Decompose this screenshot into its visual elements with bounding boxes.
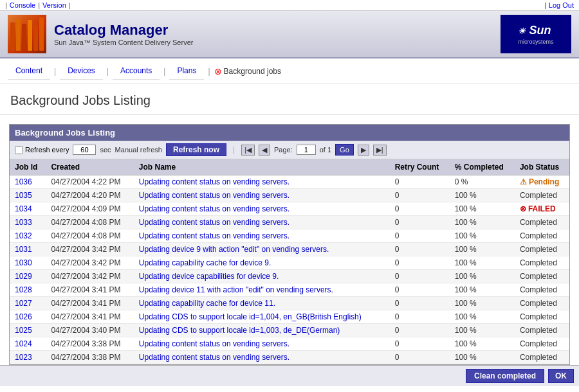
next-page-button[interactable]: ▶: [358, 145, 369, 156]
job-id-link[interactable]: 1031: [15, 245, 32, 254]
table-row: 102504/27/2004 3:40 PMUpdating CDS to su…: [10, 324, 569, 337]
logout-link[interactable]: Log Out: [549, 1, 574, 9]
job-name-link[interactable]: Updating content status on vending serve…: [139, 177, 290, 186]
job-id-cell: 1029: [10, 270, 46, 283]
status-completed: Completed: [520, 353, 557, 362]
created-cell: 04/27/2004 3:41 PM: [46, 310, 133, 324]
job-name-link[interactable]: Updating content status on vending serve…: [139, 353, 290, 362]
table-row: 103204/27/2004 4:08 PMUpdating content s…: [10, 229, 569, 243]
nav-accounts[interactable]: Accounts: [113, 62, 160, 80]
status-completed: Completed: [520, 339, 557, 348]
status-completed: Completed: [520, 285, 557, 294]
header-left: Catalog Manager Sun Java™ System Content…: [8, 15, 193, 53]
job-id-link[interactable]: 1035: [15, 191, 32, 200]
status-completed: Completed: [520, 245, 557, 254]
created-cell: 04/27/2004 4:08 PM: [46, 229, 133, 243]
page-title: Background Jobs Listing: [0, 84, 579, 115]
status-cell: ⚠ Pending: [515, 175, 569, 189]
retry-count-cell: 0: [390, 337, 450, 351]
job-id-cell: 1032: [10, 229, 46, 243]
job-name-link[interactable]: Updating device capabilities for device …: [139, 272, 279, 281]
job-name-link[interactable]: Updating CDS to support locale id=1,003,…: [139, 326, 340, 335]
job-id-link[interactable]: 1029: [15, 272, 32, 281]
job-id-link[interactable]: 1033: [15, 218, 32, 227]
nav-plans[interactable]: Plans: [169, 62, 204, 80]
job-id-link[interactable]: 1024: [15, 339, 32, 348]
version-link[interactable]: Version: [42, 1, 66, 9]
job-name-link[interactable]: Updating content status on vending serve…: [139, 191, 290, 200]
col-job-status: Job Status: [515, 159, 569, 175]
last-page-button[interactable]: ▶|: [373, 145, 387, 156]
job-name-cell: Updating CDS to support locale id=1,004,…: [134, 310, 390, 324]
pct-completed-cell: 0 %: [450, 175, 515, 189]
job-name-link[interactable]: Updating capability cache for device 9.: [139, 258, 271, 267]
job-name-link[interactable]: Updating device 11 with action "edit" on…: [139, 285, 333, 294]
page-label: Page:: [274, 146, 293, 154]
job-name-link[interactable]: Updating content status on vending serve…: [139, 339, 290, 348]
job-id-link[interactable]: 1036: [15, 177, 32, 186]
refresh-interval-input[interactable]: [73, 145, 96, 155]
refresh-checkbox[interactable]: [15, 146, 23, 154]
job-id-link[interactable]: 1028: [15, 285, 32, 294]
refresh-now-button[interactable]: Refresh now: [166, 143, 226, 156]
toolbar: Refresh every sec Manual refresh Refresh…: [10, 141, 569, 159]
retry-count-cell: 0: [390, 216, 450, 229]
job-name-link[interactable]: Updating device 9 with action "edit" on …: [139, 245, 329, 254]
console-link[interactable]: Console: [10, 1, 35, 9]
pct-completed-cell: 100 %: [450, 283, 515, 297]
status-cell: Completed: [515, 324, 569, 337]
job-id-link[interactable]: 1027: [15, 299, 32, 308]
go-button[interactable]: Go: [335, 144, 354, 156]
nav-background-jobs: ⊗ Background jobs: [214, 66, 281, 76]
status-pending: ⚠ Pending: [520, 177, 564, 186]
created-cell: 04/27/2004 4:20 PM: [46, 189, 133, 202]
status-cell: Completed: [515, 310, 569, 324]
pct-completed-cell: 100 %: [450, 229, 515, 243]
header-title: Catalog Manager Sun Java™ System Content…: [54, 22, 193, 46]
table-row: 102804/27/2004 3:41 PMUpdating device 11…: [10, 283, 569, 297]
job-id-link[interactable]: 1023: [15, 353, 32, 362]
status-completed: Completed: [520, 231, 557, 240]
job-id-link[interactable]: 1025: [15, 326, 32, 335]
table-row: 103504/27/2004 4:20 PMUpdating content s…: [10, 189, 569, 202]
book-spine: [8, 15, 46, 53]
job-name-link[interactable]: Updating content status on vending serve…: [139, 231, 290, 240]
sun-logo-sub: microsystems: [518, 39, 553, 45]
table-header-row: Job Id Created Job Name Retry Count % Co…: [10, 159, 569, 175]
job-id-link[interactable]: 1034: [15, 204, 32, 213]
nav-content[interactable]: Content: [8, 62, 50, 80]
ok-button[interactable]: OK: [548, 369, 574, 383]
first-page-button[interactable]: |◀: [241, 145, 255, 156]
table-row: 102404/27/2004 3:38 PMUpdating content s…: [10, 337, 569, 351]
clean-completed-button[interactable]: Clean completed: [466, 369, 544, 383]
job-name-cell: Updating content status on vending serve…: [134, 216, 390, 229]
job-name-link[interactable]: Updating content status on vending serve…: [139, 218, 290, 227]
pct-completed-cell: 100 %: [450, 351, 515, 364]
prev-page-button[interactable]: ◀: [259, 145, 270, 156]
nav-devices[interactable]: Devices: [60, 62, 103, 80]
job-name-link[interactable]: Updating capability cache for device 11.: [139, 299, 275, 308]
status-completed: Completed: [520, 312, 557, 321]
status-cell: Completed: [515, 270, 569, 283]
app-subtitle: Sun Java™ System Content Delivery Server: [54, 39, 193, 46]
job-id-cell: 1035: [10, 189, 46, 202]
error-icon: ⊗: [214, 66, 222, 76]
page-input[interactable]: [297, 145, 316, 155]
status-completed: Completed: [520, 326, 557, 335]
job-id-link[interactable]: 1026: [15, 312, 32, 321]
job-id-link[interactable]: 1032: [15, 231, 32, 240]
header: Catalog Manager Sun Java™ System Content…: [0, 11, 579, 58]
manual-refresh-label: Manual refresh: [115, 146, 162, 154]
job-name-link[interactable]: Updating content status on vending serve…: [139, 204, 290, 213]
retry-count-cell: 0: [390, 351, 450, 364]
job-id-cell: 1026: [10, 310, 46, 324]
job-id-cell: 1036: [10, 175, 46, 189]
job-name-link[interactable]: Updating CDS to support locale id=1,004,…: [139, 312, 362, 321]
status-cell: Completed: [515, 351, 569, 364]
footer-bar: Clean completed OK: [0, 365, 579, 386]
retry-count-cell: 0: [390, 229, 450, 243]
jobs-table: Job Id Created Job Name Retry Count % Co…: [10, 159, 569, 364]
job-id-link[interactable]: 1030: [15, 258, 32, 267]
nav-bar: Content | Devices | Accounts | Plans | ⊗…: [0, 58, 579, 84]
job-name-cell: Updating capability cache for device 11.: [134, 297, 390, 310]
